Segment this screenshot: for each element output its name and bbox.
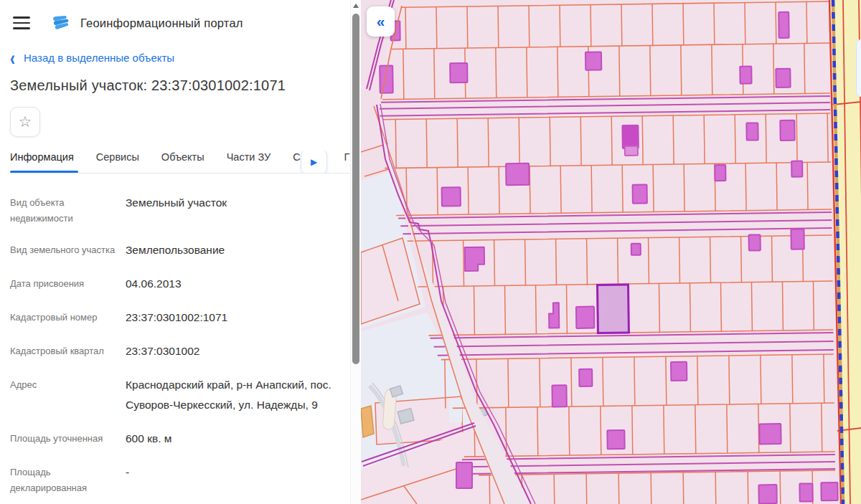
field-value: 600 кв. м [126,429,341,449]
field-value: Землепользование [126,240,341,260]
geoportal-logo-icon [52,14,70,32]
map-canvas [361,0,861,504]
scrollbar-up-arrow-icon[interactable] [353,4,359,8]
tan-building [361,406,374,437]
scrollbar-thumb[interactable] [352,14,359,364]
info-panel-content: Геоинформационный портал ‹ Назад в выдел… [0,0,350,504]
field-label: Площадь уточненная [10,429,126,449]
field-label: Вид земельного участка [10,240,126,260]
tab-services[interactable]: Сервисы [96,151,139,173]
favorite-button[interactable]: ☆ [10,107,40,137]
tab-bar: Информация Сервисы Объекты Части ЗУ Сост… [10,151,350,173]
tab-objects[interactable]: Объекты [161,151,204,173]
app-title: Геоинформационный портал [80,16,243,30]
field-row: Вид объекта недвижимости Земельный участ… [10,193,350,227]
geoportal-app: Геоинформационный портал ‹ Назад в выдел… [0,0,861,504]
star-icon: ☆ [19,113,32,130]
tab-information[interactable]: Информация [10,151,74,173]
tab-parts[interactable]: Части ЗУ [227,151,271,173]
panel-scrollbar[interactable] [350,0,361,504]
field-value: - [126,462,341,496]
field-row: Вид земельного участка Землепользование [10,240,350,260]
selected-parcel[interactable] [597,285,629,333]
tab-next-partial[interactable]: Г [344,151,350,173]
field-value: Краснодарский край, р-н Анапский, пос. С… [126,375,341,415]
field-label: Дата присвоения [10,274,126,294]
field-label: Адрес [10,375,126,415]
field-row: Кадастровый номер 23:37:0301002:1071 [10,308,350,328]
collapse-panel-button[interactable]: « [367,6,395,37]
back-link-label: Назад в выделенные объекты [24,52,174,64]
field-value: Земельный участок [126,193,341,227]
back-link[interactable]: ‹ Назад в выделенные объекты [10,52,350,64]
tabs-scroll-right-button[interactable]: ▶ [301,151,327,173]
field-label: Площадь декларированная [10,462,126,496]
page-title: Земельный участок: 23:37:0301002:1071 [10,77,350,94]
field-row: Дата присвоения 04.06.2013 [10,274,350,294]
info-panel: Геоинформационный портал ‹ Назад в выдел… [0,0,361,504]
field-label: Кадастровый номер [10,308,126,328]
back-chevron-icon: ‹ [10,51,15,65]
panel-header: Геоинформационный портал [10,0,350,33]
building [456,462,472,488]
map-edge-control[interactable] [856,39,861,97]
field-row: Площадь декларированная - [10,462,350,496]
field-row: Площадь уточненная 600 кв. м [10,429,350,449]
cadastral-map[interactable]: « [361,0,861,504]
field-value: 23:37:0301002:1071 [126,308,341,328]
field-row: Адрес Краснодарский край, р-н Анапский, … [10,375,350,415]
arrow-right-icon: ▶ [311,157,317,167]
field-value: 23:37:0301002 [126,341,341,361]
menu-icon[interactable] [13,16,30,29]
attributes-list: Вид объекта недвижимости Земельный участ… [10,173,350,496]
field-label: Вид объекта недвижимости [10,193,126,227]
field-value: 04.06.2013 [126,274,341,294]
field-label: Кадастровый квартал [10,341,126,361]
chevron-double-left-icon: « [377,13,385,30]
field-row: Кадастровый квартал 23:37:0301002 [10,341,350,361]
